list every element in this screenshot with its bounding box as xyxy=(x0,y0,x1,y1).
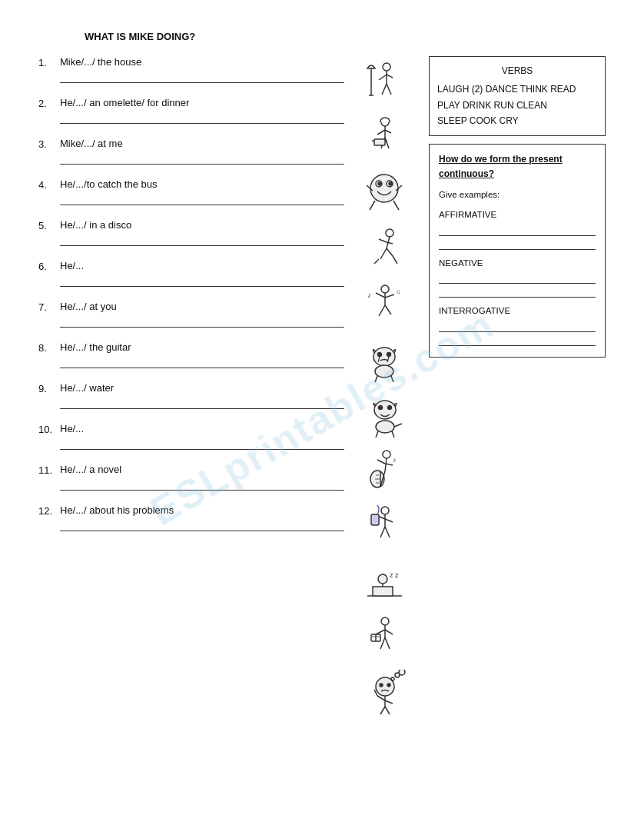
item-number: 2. xyxy=(38,97,60,109)
answer-line[interactable] xyxy=(60,234,344,246)
negative-label: NEGATIVE xyxy=(439,256,596,270)
exercise-item: 11. He/.../ a novel xyxy=(38,464,344,491)
verbs-line2: PLAY DRINK RUN CLEAN xyxy=(437,98,597,113)
answer-line[interactable] xyxy=(60,397,344,409)
exercise-list: 1. Mike/.../ the house 2. He/.../ an ome… xyxy=(38,56,344,545)
svg-point-91 xyxy=(380,684,383,687)
item-content: He/.../ a novel xyxy=(60,464,344,491)
svg-point-0 xyxy=(383,63,390,71)
verbs-line1: LAUGH (2) DANCE THINK READ xyxy=(437,82,597,97)
svg-text:♪: ♪ xyxy=(393,456,397,464)
item-number: 9. xyxy=(38,382,60,394)
illustrations-column: ♪ ♫ xyxy=(360,56,413,720)
verbs-box: VERBS LAUGH (2) DANCE THINK READ PLAY DR… xyxy=(429,56,606,136)
interrogative-label: INTERROGATIVE xyxy=(439,304,596,318)
affirmative-label: AFFIRMATIVE xyxy=(439,208,596,221)
illustration-6 xyxy=(360,333,410,388)
answer-line[interactable] xyxy=(60,274,344,287)
svg-rect-14 xyxy=(374,139,385,145)
svg-rect-76 xyxy=(373,587,393,596)
svg-line-58 xyxy=(385,458,387,471)
exercise-item: 2. He/.../ an omelette/ for dinner xyxy=(38,97,344,124)
exercise-item: 8. He/.../ the guitar xyxy=(38,341,344,368)
answer-line[interactable] xyxy=(60,111,344,124)
exercise-item: 7. He/.../ at you xyxy=(38,301,344,328)
item-number: 1. xyxy=(38,56,60,68)
give-examples: Give examples: xyxy=(439,188,596,201)
svg-point-44 xyxy=(387,353,391,357)
svg-text:♪: ♪ xyxy=(367,291,371,299)
svg-line-5 xyxy=(387,84,391,95)
svg-text:z z: z z xyxy=(390,571,399,579)
answer-line[interactable] xyxy=(60,356,344,368)
item-content: Mike/.../ the house xyxy=(60,56,344,83)
illustration-12 xyxy=(360,665,410,720)
svg-line-10 xyxy=(377,130,385,135)
exercise-item: 1. Mike/.../ the house xyxy=(38,56,344,83)
svg-text:♫: ♫ xyxy=(396,288,400,295)
svg-line-38 xyxy=(379,305,385,316)
svg-point-92 xyxy=(387,684,390,687)
svg-line-32 xyxy=(393,256,397,264)
svg-line-2 xyxy=(379,75,387,80)
svg-line-98 xyxy=(385,707,390,714)
item-number: 5. xyxy=(38,219,60,231)
item-text: He/.../ an omelette/ for dinner xyxy=(60,97,344,108)
item-content: He/... xyxy=(60,260,344,287)
answer-line[interactable] xyxy=(60,478,344,491)
item-text: Mike/.../ the house xyxy=(60,56,344,68)
answer-line[interactable] xyxy=(60,193,344,205)
exercise-item: 3. Mike/.../ at me xyxy=(38,138,344,165)
item-number: 10. xyxy=(38,423,60,435)
answer-line[interactable] xyxy=(60,437,344,450)
exercise-item: 9. He/.../ water xyxy=(38,382,344,409)
item-content: He/... xyxy=(60,423,344,450)
item-text: He/.../ at you xyxy=(60,301,344,312)
svg-line-59 xyxy=(377,460,385,464)
answer-line[interactable] xyxy=(60,519,344,531)
interrogative-line-1 xyxy=(439,321,596,332)
verbs-line3: SLEEP COOK CRY xyxy=(437,113,597,128)
exercise-item: 12. He/.../ about his problems xyxy=(38,504,344,531)
illustration-2 xyxy=(360,111,410,167)
illustration-7 xyxy=(360,388,410,444)
item-text: He/... xyxy=(60,423,344,434)
answer-line[interactable] xyxy=(60,315,344,328)
svg-point-77 xyxy=(378,574,387,584)
svg-line-4 xyxy=(382,84,387,95)
svg-line-94 xyxy=(377,696,385,700)
item-content: He/.../ about his problems xyxy=(60,504,344,531)
item-number: 6. xyxy=(38,260,60,272)
item-number: 11. xyxy=(38,464,60,476)
item-number: 7. xyxy=(38,301,60,313)
illustration-11 xyxy=(360,610,410,665)
illustration-1 xyxy=(360,56,410,111)
svg-line-39 xyxy=(385,305,391,314)
svg-point-26 xyxy=(386,229,393,237)
item-content: He/.../ an omelette/ for dinner xyxy=(60,97,344,124)
svg-line-55 xyxy=(392,431,394,437)
exercise-item: 5. He/.../ in a disco xyxy=(38,219,344,246)
item-content: He/.../ the guitar xyxy=(60,341,344,368)
svg-point-51 xyxy=(379,406,383,410)
item-number: 12. xyxy=(38,504,60,517)
svg-point-21 xyxy=(389,182,392,185)
item-content: He/.../to catch the bus xyxy=(60,178,344,205)
svg-line-85 xyxy=(385,637,390,649)
svg-point-99 xyxy=(391,677,394,680)
svg-line-82 xyxy=(376,630,385,634)
page-title: WHAT IS MIKE DOING? xyxy=(85,31,606,42)
answer-line[interactable] xyxy=(60,71,344,83)
svg-point-53 xyxy=(376,421,394,433)
illustration-3 xyxy=(360,167,410,222)
svg-line-72 xyxy=(385,519,393,522)
exercise-item: 6. He/... xyxy=(38,260,344,287)
svg-line-33 xyxy=(374,259,379,264)
svg-line-74 xyxy=(385,527,390,537)
svg-point-101 xyxy=(399,670,405,675)
illustration-10: z z xyxy=(360,554,410,610)
answer-line[interactable] xyxy=(60,152,344,165)
item-text: Mike/.../ at me xyxy=(60,138,344,149)
svg-line-73 xyxy=(380,527,385,537)
svg-point-47 xyxy=(375,365,393,378)
